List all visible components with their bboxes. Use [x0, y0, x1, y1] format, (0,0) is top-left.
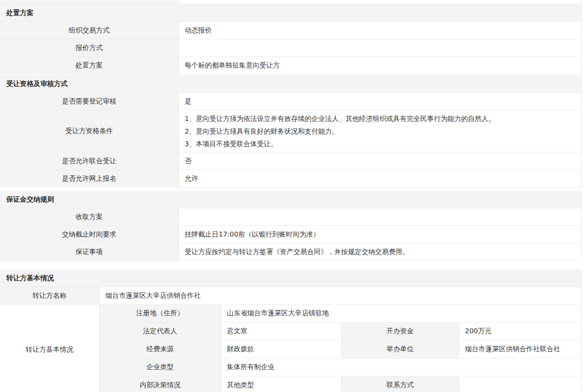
- qualification-line: 2、意向受让方须具有良好的财务状况和支付能力。: [185, 125, 575, 137]
- field-label: 组织交易方式: [0, 22, 179, 39]
- field-label: 受让方资格条件: [0, 110, 179, 152]
- table-row: 内部决策情况 其他类型 联系方式: [100, 376, 581, 392]
- section-transferor-info: 转让方基本情况 转让方名称 烟台市蓬莱区大辛店供销合作社 转让方基本情况 注册地…: [0, 270, 582, 392]
- field-label: 转让方名称: [0, 287, 100, 304]
- field-value: 烟台市蓬莱区供销合作社联合社: [459, 341, 581, 358]
- table-row: 转让方名称 烟台市蓬莱区大辛店供销合作社: [0, 287, 581, 305]
- field-label: 是否需要登记审核: [0, 93, 179, 110]
- field-label: 联系方式: [341, 376, 459, 392]
- field-value: 其他类型: [221, 376, 341, 392]
- asset-listing-detail-page: 处置方案 组织交易方式 动态报价 报价方式 处置方案 每个标的都单独征集意向受让…: [0, 0, 585, 392]
- field-label: 法定代表人: [100, 323, 221, 340]
- group-label-cell: 转让方基本情况: [0, 305, 100, 392]
- field-label: 注册地（住所）: [100, 305, 221, 322]
- transferor-detail-grid: 注册地（住所） 山东省烟台市蓬莱区大辛店镇驻地 法定代表人 迟文宸 开办资金 2…: [100, 305, 581, 392]
- table-row: 交纳截止时间要求 挂牌截止日17:00前（以银行到账时间为准）: [0, 226, 581, 243]
- field-value: 每个标的都单独征集意向受让方: [179, 57, 581, 74]
- field-value: 允许: [179, 170, 581, 187]
- field-value: 财政拨款: [221, 341, 341, 358]
- field-value: 否: [179, 153, 581, 170]
- qualification-line: 1、意向受让方须为依法设立并有效存续的企业法人、其他经济组织或具有完全民事行为能…: [185, 112, 575, 125]
- field-label: 举办单位: [341, 341, 459, 358]
- table-row: 保证事项 受让方应按约定与转让方签署《资产交易合同》，并按规定交纳交易费用。: [0, 243, 581, 261]
- section-title: 处置方案: [0, 4, 581, 22]
- previous-table-partial: [0, 0, 582, 4]
- table-row: 法定代表人 迟文宸 开办资金 200万元: [100, 323, 581, 341]
- section-title: 受让资格及审核方式: [0, 75, 581, 93]
- table-row: 企业类型 集体所有制企业: [100, 358, 581, 376]
- table-row: 受让方资格条件 1、意向受让方须为依法设立并有效存续的企业法人、其他经济组织或具…: [0, 110, 581, 153]
- field-label: 处置方案: [0, 57, 179, 74]
- qualification-line: 3、本项目不接受联合体受让。: [185, 137, 575, 150]
- transferor-detail-body: 转让方基本情况 注册地（住所） 山东省烟台市蓬莱区大辛店镇驻地 法定代表人 迟文…: [0, 305, 581, 392]
- table-row: 是否允许网上报名 允许: [0, 170, 581, 187]
- field-value: 动态报价: [179, 22, 581, 39]
- partial-value-cell: [179, 0, 581, 4]
- field-value: 挂牌截止日17:00前（以银行到账时间为准）: [179, 226, 581, 243]
- field-label: 企业类型: [100, 358, 221, 376]
- table-row: 注册地（住所） 山东省烟台市蓬莱区大辛店镇驻地: [100, 305, 581, 323]
- field-label: 保证事项: [0, 243, 179, 260]
- field-value: [179, 39, 581, 56]
- field-value: 集体所有制企业: [221, 358, 581, 376]
- section-deposit-rules: 保证金交纳规则 收取方案 交纳截止时间要求 挂牌截止日17:00前（以银行到账时…: [0, 191, 582, 261]
- section-title: 转让方基本情况: [0, 270, 581, 287]
- section-disposal-plan: 处置方案 组织交易方式 动态报价 报价方式 处置方案 每个标的都单独征集意向受让…: [0, 4, 582, 74]
- field-label: 开办资金: [341, 323, 459, 340]
- field-value: 迟文宸: [221, 323, 341, 340]
- table-row: 处置方案 每个标的都单独征集意向受让方: [0, 57, 581, 74]
- table-row: 收取方案: [0, 208, 581, 226]
- field-label: 内部决策情况: [100, 376, 221, 392]
- field-value: [179, 208, 581, 225]
- field-label: 是否允许网上报名: [0, 170, 179, 187]
- field-value: 烟台市蓬莱区大辛店供销合作社: [100, 287, 581, 304]
- field-value: 山东省烟台市蓬莱区大辛店镇驻地: [221, 305, 581, 322]
- field-label: 报价方式: [0, 39, 179, 56]
- field-label: 经费来源: [100, 341, 221, 358]
- partial-label-cell: [0, 0, 179, 4]
- field-label: 收取方案: [0, 208, 179, 225]
- table-row: 是否需要登记审核 是: [0, 93, 581, 110]
- table-row: 经费来源 财政拨款 举办单位 烟台市蓬莱区供销合作社联合社: [100, 341, 581, 358]
- partial-row: [0, 0, 581, 4]
- section-title: 保证金交纳规则: [0, 191, 581, 208]
- table-row: 组织交易方式 动态报价: [0, 22, 581, 39]
- field-label: 交纳截止时间要求: [0, 226, 179, 243]
- field-value: 1、意向受让方须为依法设立并有效存续的企业法人、其他经济组织或具有完全民事行为能…: [179, 110, 581, 152]
- field-value: 200万元: [459, 323, 581, 340]
- field-label: 是否允许联合受让: [0, 153, 179, 170]
- field-value: [459, 376, 581, 392]
- field-value: 受让方应按约定与转让方签署《资产交易合同》，并按规定交纳交易费用。: [179, 243, 581, 260]
- field-value: 是: [179, 93, 581, 110]
- section-transferee-qualification: 受让资格及审核方式 是否需要登记审核 是 受让方资格条件 1、意向受让方须为依法…: [0, 75, 582, 187]
- table-row: 是否允许联合受让 否: [0, 153, 581, 170]
- table-row: 报价方式: [0, 39, 581, 57]
